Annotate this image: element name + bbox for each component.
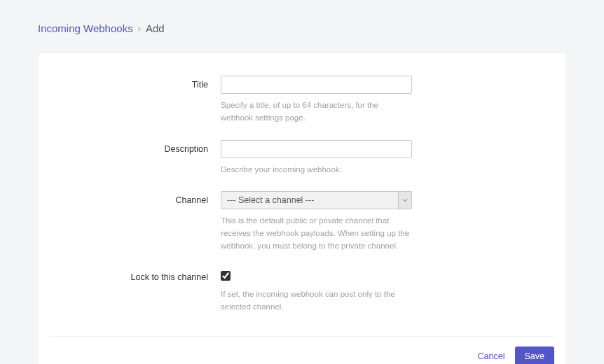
title-row: Title Specify a title, of up to 64 chara… — [39, 73, 565, 137]
cancel-button[interactable]: Cancel — [478, 351, 505, 361]
page-root: Incoming Webhooks › Add Title Specify a … — [0, 0, 604, 364]
lock-row: Lock to this channel If set, the incomin… — [39, 265, 565, 326]
channel-row: Channel --- Select a channel --- This is… — [39, 188, 565, 265]
channel-select[interactable]: --- Select a channel --- — [221, 191, 412, 209]
description-row: Description Describe your incoming webho… — [39, 137, 565, 189]
save-button[interactable]: Save — [515, 346, 555, 365]
lock-label: Lock to this channel — [39, 268, 221, 282]
divider — [50, 336, 554, 337]
description-label: Description — [39, 140, 221, 154]
title-input[interactable] — [221, 76, 412, 94]
breadcrumb-parent-link[interactable]: Incoming Webhooks — [38, 22, 133, 34]
form-actions: Cancel Save — [39, 346, 565, 365]
breadcrumb-current: Add — [146, 22, 165, 34]
channel-help: This is the default public or private ch… — [221, 215, 412, 252]
title-label: Title — [39, 76, 221, 90]
breadcrumb: Incoming Webhooks › Add — [0, 0, 604, 44]
title-help: Specify a title, of up to 64 characters,… — [221, 99, 412, 125]
channel-label: Channel — [39, 191, 221, 205]
description-input[interactable] — [221, 140, 412, 158]
breadcrumb-separator-icon: › — [138, 23, 141, 34]
description-help: Describe your incoming webhook. — [221, 164, 412, 176]
form-card: Title Specify a title, of up to 64 chara… — [38, 52, 566, 364]
lock-checkbox[interactable] — [221, 271, 231, 281]
lock-help: If set, the incoming webhook can post on… — [221, 288, 412, 314]
